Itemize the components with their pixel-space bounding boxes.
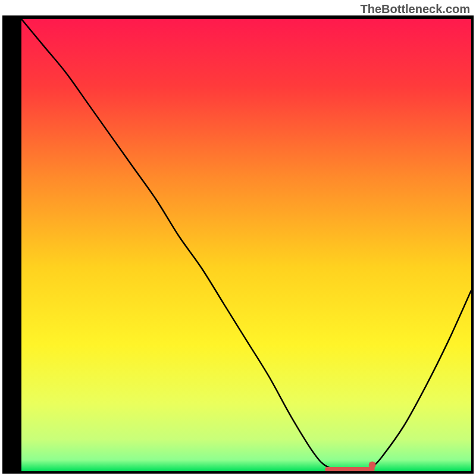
chart-frame (2, 15, 474, 474)
curve-layer (21, 19, 471, 471)
optimal-marker-dot (369, 461, 376, 468)
plot-area (21, 19, 471, 471)
bottleneck-curve (21, 19, 471, 471)
attribution-text: TheBottleneck.com (361, 2, 470, 16)
